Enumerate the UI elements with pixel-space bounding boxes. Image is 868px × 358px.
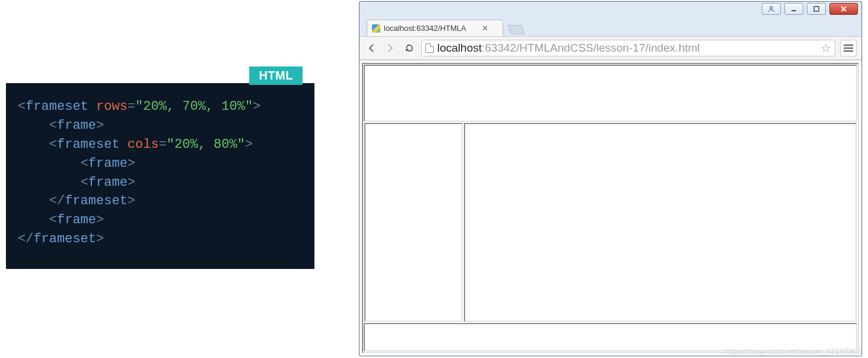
arrow-right-icon: [385, 43, 396, 53]
back-button[interactable]: [364, 41, 379, 55]
hamburger-icon: [844, 47, 853, 49]
code-body: <frameset rows="20%, 70%, 10%"> <frame> …: [6, 83, 314, 269]
browser-window: localhost:63342/HTMLA × localhost:63342/…: [359, 1, 862, 356]
new-tab-button[interactable]: [507, 25, 525, 34]
tab-close-button[interactable]: ×: [482, 24, 488, 33]
frame-middle-right: [464, 123, 857, 322]
browser-viewport: [360, 60, 861, 356]
maximize-icon: [813, 5, 820, 12]
frame-top: [364, 65, 857, 122]
page-icon: [425, 43, 434, 53]
frame-middle-left: [364, 123, 463, 322]
favicon-icon: [372, 24, 380, 33]
user-icon: [768, 5, 775, 12]
browser-menu-button[interactable]: [840, 40, 857, 56]
frameset-outer: [362, 63, 859, 353]
tab-title: localhost:63342/HTMLA: [384, 24, 479, 33]
window-close-button[interactable]: [829, 3, 858, 15]
reload-icon: [404, 43, 415, 53]
forward-button[interactable]: [383, 41, 398, 55]
close-icon: [840, 5, 848, 12]
bookmark-star-icon[interactable]: ☆: [821, 41, 831, 55]
frameset-middle: [364, 123, 857, 322]
url-path: :63342/HTMLAndCSS/lesson-17/index.html: [482, 42, 700, 55]
watermark: https://blog.csdn.net/weixin_47197906: [724, 347, 862, 356]
browser-toolbar: localhost:63342/HTMLAndCSS/lesson-17/ind…: [360, 36, 861, 60]
code-snippet: HTML <frameset rows="20%, 70%, 10%"> <fr…: [6, 83, 314, 269]
browser-tabstrip: localhost:63342/HTMLA ×: [360, 18, 861, 36]
reload-button[interactable]: [402, 41, 416, 55]
svg-rect-1: [791, 10, 796, 11]
svg-point-0: [770, 7, 772, 9]
url-host: localhost: [437, 42, 482, 55]
code-language-badge: HTML: [249, 66, 303, 85]
url-text: localhost:63342/HTMLAndCSS/lesson-17/ind…: [437, 42, 700, 55]
minimize-icon: [790, 5, 797, 12]
window-maximize-button[interactable]: [807, 3, 826, 15]
window-titlebar: [360, 2, 861, 18]
arrow-left-icon: [366, 43, 377, 53]
window-minimize-button[interactable]: [784, 3, 803, 15]
svg-rect-2: [814, 7, 819, 11]
address-bar[interactable]: localhost:63342/HTMLAndCSS/lesson-17/ind…: [421, 40, 835, 56]
window-user-button[interactable]: [762, 3, 781, 15]
browser-tab-active[interactable]: localhost:63342/HTMLA ×: [367, 20, 503, 36]
